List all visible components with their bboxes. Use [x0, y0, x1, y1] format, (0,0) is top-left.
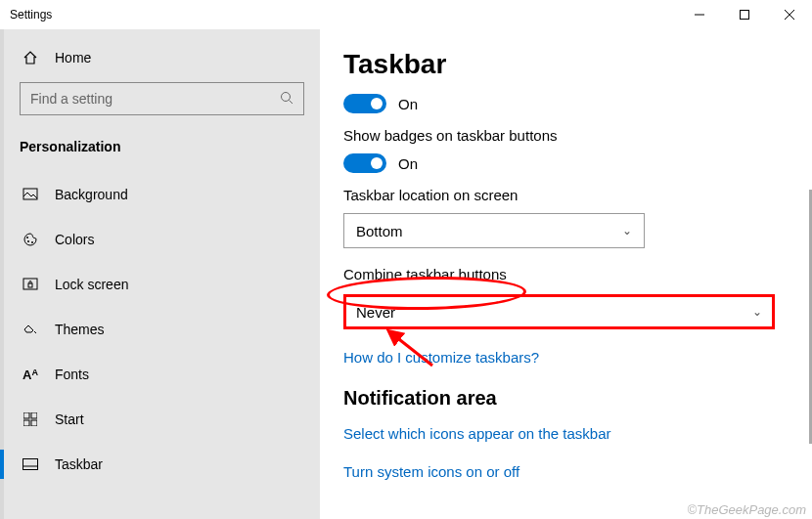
svg-rect-14: [31, 412, 37, 418]
sidebar-item-label: Lock screen: [55, 277, 128, 292]
maximize-button[interactable]: [722, 0, 767, 29]
svg-rect-17: [23, 459, 38, 470]
close-button[interactable]: [767, 0, 812, 29]
svg-point-7: [26, 237, 28, 238]
sidebar-item-label: Background: [55, 187, 128, 202]
sidebar: Home Find a setting Personalization Back…: [0, 29, 320, 519]
combine-value: Never: [356, 304, 395, 321]
sidebar-item-start[interactable]: Start: [4, 397, 320, 442]
toggle-badges[interactable]: [343, 153, 386, 173]
taskbar-icon: [20, 458, 41, 470]
location-select[interactable]: Bottom ⌄: [343, 213, 645, 248]
svg-point-9: [31, 241, 33, 243]
titlebar: Settings: [0, 0, 812, 29]
sidebar-item-lockscreen[interactable]: Lock screen: [4, 262, 320, 307]
badges-label: Show badges on taskbar buttons: [343, 127, 779, 144]
svg-point-8: [27, 240, 29, 242]
minimize-button[interactable]: [677, 0, 722, 29]
colors-icon: [20, 232, 41, 247]
start-icon: [20, 412, 41, 426]
svg-rect-1: [741, 11, 749, 20]
watermark: ©TheGeekPage.com: [687, 502, 806, 517]
combine-select[interactable]: Never ⌄: [343, 294, 775, 329]
window-controls: [677, 0, 812, 29]
content-pane: Taskbar On Show badges on taskbar button…: [320, 29, 812, 519]
sidebar-item-taskbar[interactable]: Taskbar: [4, 442, 320, 487]
window-title: Settings: [10, 8, 52, 22]
sidebar-item-label: Colors: [55, 232, 94, 247]
icons-link[interactable]: Select which icons appear on the taskbar: [343, 425, 779, 442]
svg-rect-13: [23, 412, 29, 418]
svg-rect-11: [28, 283, 32, 287]
location-value: Bottom: [356, 223, 403, 239]
svg-line-5: [290, 100, 293, 104]
sidebar-item-label: Start: [55, 411, 84, 427]
category-label: Personalization: [20, 129, 304, 172]
svg-line-12: [34, 331, 36, 333]
page-title: Taskbar: [343, 49, 779, 80]
svg-rect-15: [23, 420, 29, 426]
sidebar-item-label: Themes: [55, 322, 105, 337]
sidebar-item-label: Taskbar: [55, 456, 103, 472]
toggle-1-label: On: [398, 96, 418, 112]
location-label: Taskbar location on screen: [343, 187, 779, 203]
chevron-down-icon: ⌄: [622, 224, 632, 238]
home-icon: [20, 50, 41, 65]
svg-rect-16: [31, 420, 37, 426]
home-button[interactable]: Home: [20, 39, 304, 76]
fonts-icon: AA: [20, 368, 41, 382]
sidebar-item-label: Fonts: [55, 367, 89, 382]
lockscreen-icon: [20, 277, 41, 292]
sidebar-item-background[interactable]: Background: [4, 172, 320, 217]
combine-label: Combine taskbar buttons: [343, 266, 779, 282]
notification-title: Notification area: [343, 387, 779, 410]
sidebar-item-themes[interactable]: Themes: [4, 307, 320, 352]
home-label: Home: [55, 50, 91, 65]
themes-icon: [20, 322, 41, 337]
search-icon: [280, 91, 293, 108]
toggle-badges-label: On: [398, 155, 418, 172]
background-icon: [20, 187, 41, 202]
sidebar-item-colors[interactable]: Colors: [4, 217, 320, 262]
chevron-down-icon: ⌄: [752, 305, 762, 319]
system-icons-link[interactable]: Turn system icons on or off: [343, 463, 779, 480]
customize-link[interactable]: How do I customize taskbars?: [343, 349, 779, 366]
svg-point-4: [282, 92, 291, 101]
toggle-1[interactable]: [343, 94, 386, 113]
search-placeholder: Find a setting: [30, 91, 113, 107]
sidebar-item-fonts[interactable]: AA Fonts: [4, 352, 320, 397]
search-input[interactable]: Find a setting: [20, 82, 304, 115]
